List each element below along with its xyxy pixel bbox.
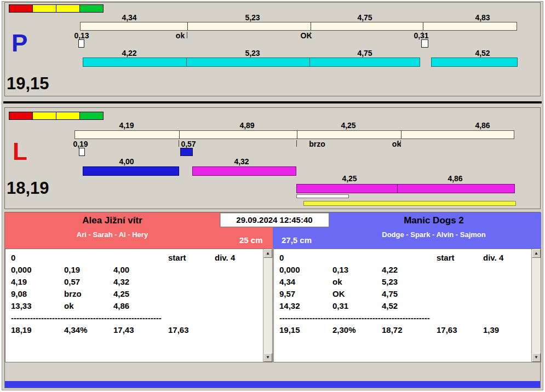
timeline-bar xyxy=(80,22,517,31)
result-cell: 4,86 xyxy=(113,300,168,312)
result-cell: 0,57 xyxy=(64,276,113,288)
vertical-scrollbar[interactable]: ▲ ▼ xyxy=(263,249,272,362)
result-cell: 0,13 xyxy=(332,264,382,276)
scroll-up-button[interactable]: ▲ xyxy=(263,249,272,258)
result-cell: 19,15 xyxy=(279,324,332,336)
start-light xyxy=(56,112,80,120)
team-members-left: Ari - Sarah - Al - Hery xyxy=(5,230,220,239)
crossing-label: 0,57 xyxy=(169,140,208,148)
result-cell: div. 4 xyxy=(215,252,263,264)
result-cell: 0,000 xyxy=(11,264,64,276)
dog-time-bars xyxy=(296,184,515,193)
result-row: 0,0000,194,00 xyxy=(11,264,263,276)
dog-time-value: 5,23 xyxy=(233,49,272,57)
tick-mark xyxy=(311,22,311,30)
upper-split-value: 4,83 xyxy=(463,13,502,22)
run-progress-outline xyxy=(296,194,349,198)
result-cell: ok xyxy=(64,300,113,312)
result-cell xyxy=(483,276,531,288)
result-cell xyxy=(215,324,263,336)
results-table-left: 0startdiv. 40,0000,194,004,190,574,329,0… xyxy=(5,249,273,362)
lane-total-time: 19,15 xyxy=(7,74,49,93)
result-cell: 4,25 xyxy=(113,288,168,300)
crossing-label: ok xyxy=(377,140,416,148)
result-cell xyxy=(215,300,263,312)
result-cell xyxy=(483,288,531,300)
upper-split-value: 4,25 xyxy=(329,121,368,130)
crossing-label: ok xyxy=(161,31,199,40)
lane-total-time: 18,19 xyxy=(7,179,49,198)
scroll-up-button[interactable]: ▲ xyxy=(532,249,541,258)
results-rows-right: 0startdiv. 40,0000,134,224,34ok5,239,57O… xyxy=(274,249,531,362)
result-row: ----------------------------------------… xyxy=(279,312,531,324)
tick-mark xyxy=(423,22,423,30)
dog-time-value: 4,52 xyxy=(463,49,502,57)
scroll-down-button[interactable]: ▼ xyxy=(263,353,272,362)
upper-split-value: 4,89 xyxy=(228,121,266,130)
result-row: 9,08brzo4,25 xyxy=(11,288,263,300)
result-cell: 17,63 xyxy=(437,324,483,336)
start-light xyxy=(79,4,104,13)
tick-mark xyxy=(422,32,423,38)
result-cell: 17,63 xyxy=(168,324,215,336)
result-cell xyxy=(437,288,483,300)
result-cell: start xyxy=(437,252,483,264)
result-row: 0,0000,134,22 xyxy=(279,264,531,276)
crossing-label: 0,19 xyxy=(61,140,100,148)
upper-split-value: 5,23 xyxy=(233,13,272,22)
scroll-up-icon: ▲ xyxy=(534,251,538,256)
result-cell: 18,72 xyxy=(382,324,437,336)
result-row: 0startdiv. 4 xyxy=(279,252,531,264)
indicator-box-filled xyxy=(180,148,193,156)
dog-time-value: 4,75 xyxy=(346,49,384,57)
scroll-down-button[interactable]: ▼ xyxy=(532,353,541,362)
tick-mark xyxy=(179,140,179,147)
upper-split-value: 4,86 xyxy=(463,121,502,130)
result-row: 4,190,574,32 xyxy=(11,276,263,288)
result-cell xyxy=(382,252,437,264)
start-light xyxy=(56,4,80,13)
lane-letter: L xyxy=(13,140,27,164)
jump-height-right: 27,5 cm xyxy=(282,235,312,245)
results-rows-left: 0startdiv. 40,0000,194,004,190,574,329,0… xyxy=(5,249,263,362)
result-cell: ok xyxy=(332,276,382,288)
result-cell: 0,19 xyxy=(64,264,113,276)
start-light xyxy=(9,112,33,120)
scroll-down-icon: ▼ xyxy=(266,355,270,360)
result-row: 13,33ok4,86 xyxy=(11,300,263,312)
dog-time-bars xyxy=(83,57,420,67)
result-row: 18,194,34%17,4317,63 xyxy=(11,324,263,336)
result-separator: ----------------------------------------… xyxy=(11,312,263,324)
vertical-scrollbar[interactable]: ▲ ▼ xyxy=(531,249,541,362)
result-cell: brzo xyxy=(64,288,113,300)
scroll-track[interactable] xyxy=(263,258,272,353)
tick-mark xyxy=(400,140,401,147)
result-cell xyxy=(168,300,215,312)
result-cell: 4,52 xyxy=(382,300,437,312)
result-cell xyxy=(215,264,263,276)
lane-l-panel: 4,19 4,89 4,25 4,86 0,19 0,57 brzo ok 4,… xyxy=(4,107,541,209)
start-light xyxy=(79,112,104,120)
result-cell: 18,19 xyxy=(11,324,64,336)
dog-time-bar xyxy=(431,57,518,67)
result-row: 19,152,30%18,7217,631,39 xyxy=(279,324,531,336)
lane-divider xyxy=(3,101,542,103)
result-cell: 4,34% xyxy=(64,324,113,336)
tick-mark xyxy=(310,32,311,38)
start-lights xyxy=(9,112,104,120)
dog-time-value: 4,32 xyxy=(222,157,261,166)
timeline-bar xyxy=(74,130,514,139)
result-row: ----------------------------------------… xyxy=(11,312,263,324)
results-table-right: 0startdiv. 40,0000,134,224,34ok5,239,57O… xyxy=(273,249,541,362)
lane-letter: P xyxy=(12,31,27,55)
result-row: 0startdiv. 4 xyxy=(11,252,263,264)
crossing-label: brzo xyxy=(298,140,336,148)
scroll-track[interactable] xyxy=(532,258,541,353)
dog-time-value: 4,86 xyxy=(436,174,474,183)
result-cell: 4,19 xyxy=(11,276,64,288)
indicator-box xyxy=(79,148,85,156)
result-cell xyxy=(437,264,483,276)
result-cell xyxy=(215,276,263,288)
result-cell: 0,000 xyxy=(279,264,332,276)
result-cell xyxy=(113,252,168,264)
